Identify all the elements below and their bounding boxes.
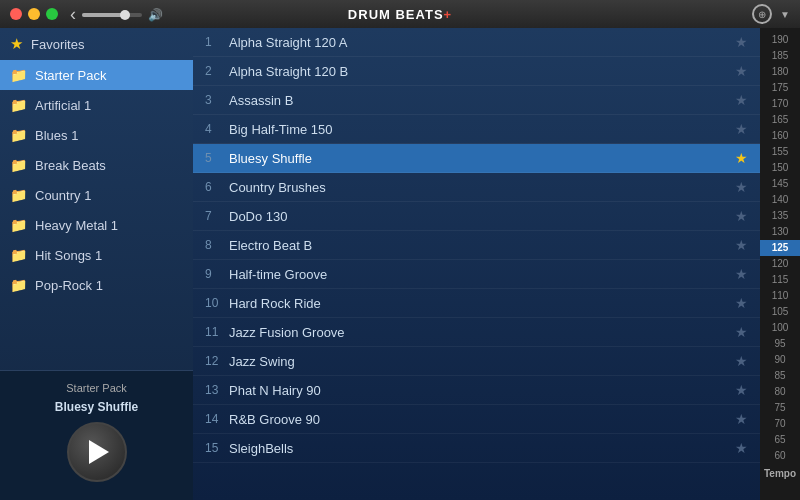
titlebar-right-controls: ⊕ ▼	[752, 4, 790, 24]
minimize-button[interactable]	[28, 8, 40, 20]
track-number: 8	[205, 238, 229, 252]
favorite-star-filled-icon[interactable]: ★	[735, 150, 748, 166]
tempo-value[interactable]: 105	[760, 304, 800, 320]
tempo-value[interactable]: 80	[760, 384, 800, 400]
track-row[interactable]: 7DoDo 130★	[193, 202, 760, 231]
track-row[interactable]: 1Alpha Straight 120 A★	[193, 28, 760, 57]
globe-icon[interactable]: ⊕	[752, 4, 772, 24]
tempo-value[interactable]: 60	[760, 448, 800, 464]
sidebar-item-favorites[interactable]: ★Favorites	[0, 28, 193, 60]
track-name: Electro Beat B	[229, 238, 735, 253]
track-row[interactable]: 12Jazz Swing★	[193, 347, 760, 376]
sidebar-item-starter-pack[interactable]: 📁Starter Pack	[0, 60, 193, 90]
track-number: 5	[205, 151, 229, 165]
tempo-value[interactable]: 110	[760, 288, 800, 304]
track-name: Assassin B	[229, 93, 735, 108]
track-number: 12	[205, 354, 229, 368]
track-number: 15	[205, 441, 229, 455]
folder-icon: 📁	[10, 247, 27, 263]
track-number: 3	[205, 93, 229, 107]
favorite-star-empty-icon[interactable]: ★	[735, 63, 748, 79]
tempo-value[interactable]: 130	[760, 224, 800, 240]
tempo-value[interactable]: 170	[760, 96, 800, 112]
track-row[interactable]: 11Jazz Fusion Groove★	[193, 318, 760, 347]
tempo-value[interactable]: 120	[760, 256, 800, 272]
track-row[interactable]: 3Assassin B★	[193, 86, 760, 115]
track-row[interactable]: 5Bluesy Shuffle★	[193, 144, 760, 173]
favorite-star-empty-icon[interactable]: ★	[735, 324, 748, 340]
favorite-star-empty-icon[interactable]: ★	[735, 382, 748, 398]
tempo-value[interactable]: 190	[760, 32, 800, 48]
tempo-value[interactable]: 150	[760, 160, 800, 176]
tempo-value[interactable]: 115	[760, 272, 800, 288]
track-number: 7	[205, 209, 229, 223]
tempo-value[interactable]: 185	[760, 48, 800, 64]
favorite-star-empty-icon[interactable]: ★	[735, 121, 748, 137]
tempo-value[interactable]: 165	[760, 112, 800, 128]
tempo-value[interactable]: 75	[760, 400, 800, 416]
sidebar-item-heavy-metal-1[interactable]: 📁Heavy Metal 1	[0, 210, 193, 240]
sidebar-item-blues-1[interactable]: 📁Blues 1	[0, 120, 193, 150]
favorite-star-empty-icon[interactable]: ★	[735, 353, 748, 369]
tempo-value[interactable]: 160	[760, 128, 800, 144]
track-row[interactable]: 10Hard Rock Ride★	[193, 289, 760, 318]
dropdown-arrow-icon[interactable]: ▼	[780, 9, 790, 20]
tempo-value[interactable]: 180	[760, 64, 800, 80]
tempo-value[interactable]: 175	[760, 80, 800, 96]
favorite-star-empty-icon[interactable]: ★	[735, 92, 748, 108]
tempo-value[interactable]: 145	[760, 176, 800, 192]
tempo-value[interactable]: 100	[760, 320, 800, 336]
sidebar: ★Favorites📁Starter Pack📁Artificial 1📁Blu…	[0, 28, 193, 500]
tempo-sidebar: 1901851801751701651601551501451401351301…	[760, 28, 800, 500]
tempo-value[interactable]: 90	[760, 352, 800, 368]
tempo-value[interactable]: 95	[760, 336, 800, 352]
tempo-value[interactable]: 135	[760, 208, 800, 224]
close-button[interactable]	[10, 8, 22, 20]
star-icon: ★	[10, 35, 23, 53]
tempo-value[interactable]: 125	[760, 240, 800, 256]
track-row[interactable]: 14R&B Groove 90★	[193, 405, 760, 434]
folder-icon: 📁	[10, 217, 27, 233]
favorite-star-empty-icon[interactable]: ★	[735, 237, 748, 253]
track-name: Jazz Swing	[229, 354, 735, 369]
track-number: 10	[205, 296, 229, 310]
maximize-button[interactable]	[46, 8, 58, 20]
track-row[interactable]: 2Alpha Straight 120 B★	[193, 57, 760, 86]
player-track-name: Bluesy Shuffle	[10, 400, 183, 414]
track-name: Alpha Straight 120 A	[229, 35, 735, 50]
sidebar-item-hit-songs-1[interactable]: 📁Hit Songs 1	[0, 240, 193, 270]
tempo-value[interactable]: 155	[760, 144, 800, 160]
favorite-star-empty-icon[interactable]: ★	[735, 411, 748, 427]
tempo-value[interactable]: 70	[760, 416, 800, 432]
track-number: 1	[205, 35, 229, 49]
track-row[interactable]: 4Big Half-Time 150★	[193, 115, 760, 144]
tempo-value[interactable]: 85	[760, 368, 800, 384]
favorite-star-empty-icon[interactable]: ★	[735, 208, 748, 224]
track-row[interactable]: 6Country Brushes★	[193, 173, 760, 202]
favorite-star-empty-icon[interactable]: ★	[735, 179, 748, 195]
sidebar-list: ★Favorites📁Starter Pack📁Artificial 1📁Blu…	[0, 28, 193, 370]
track-row[interactable]: 9Half-time Groove★	[193, 260, 760, 289]
track-row[interactable]: 15SleighBells★	[193, 434, 760, 463]
sidebar-item-country-1[interactable]: 📁Country 1	[0, 180, 193, 210]
sidebar-item-break-beats[interactable]: 📁Break Beats	[0, 150, 193, 180]
volume-slider[interactable]	[82, 13, 142, 17]
back-icon[interactable]: ‹	[70, 4, 76, 25]
sidebar-item-label: Favorites	[31, 37, 84, 52]
favorite-star-empty-icon[interactable]: ★	[735, 295, 748, 311]
favorite-star-empty-icon[interactable]: ★	[735, 266, 748, 282]
play-button[interactable]	[67, 422, 127, 482]
tempo-value[interactable]: 140	[760, 192, 800, 208]
track-row[interactable]: 8Electro Beat B★	[193, 231, 760, 260]
track-list: 1Alpha Straight 120 A★2Alpha Straight 12…	[193, 28, 760, 500]
sidebar-item-label: Artificial 1	[35, 98, 91, 113]
tempo-value[interactable]: 65	[760, 432, 800, 448]
sidebar-item-pop-rock-1[interactable]: 📁Pop-Rock 1	[0, 270, 193, 300]
track-number: 11	[205, 325, 229, 339]
favorite-star-empty-icon[interactable]: ★	[735, 34, 748, 50]
sidebar-item-artificial-1[interactable]: 📁Artificial 1	[0, 90, 193, 120]
favorite-star-empty-icon[interactable]: ★	[735, 440, 748, 456]
track-name: Phat N Hairy 90	[229, 383, 735, 398]
track-row[interactable]: 13Phat N Hairy 90★	[193, 376, 760, 405]
sidebar-item-label: Hit Songs 1	[35, 248, 102, 263]
